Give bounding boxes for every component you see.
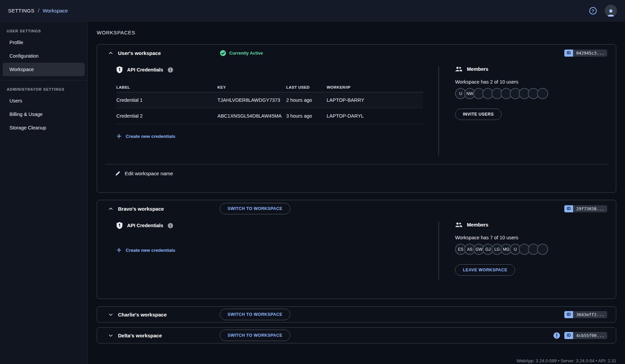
members-title: Members <box>467 222 488 228</box>
chevron-down-icon[interactable] <box>107 311 114 318</box>
help-icon[interactable]: ? <box>589 6 597 15</box>
main-content: WORKSPACES User's workspace Currently Ac… <box>88 22 625 364</box>
workspace-card-header: Bravo's workspace SWITCH TO WORKSPACE ID… <box>97 200 616 217</box>
workspace-id-badge[interactable]: ID 3643eff2... <box>564 311 607 318</box>
members-section: Members Workspace has 7 of 10 users ESAS… <box>439 222 616 280</box>
api-credentials-section: API Credentials Create new credentials <box>97 222 439 280</box>
sidebar-section-admin-settings: ADMINISTRATOR SETTINGS <box>0 87 87 91</box>
credential-row: Credential 1TJAHLVDER8LAWDGY73732 hours … <box>116 92 423 108</box>
sidebar-item-workspace[interactable]: Workspace <box>3 63 85 76</box>
members-icon <box>455 66 463 72</box>
breadcrumb-settings[interactable]: SETTINGS <box>8 8 34 13</box>
workspace-title: Delta's workspace <box>118 333 220 338</box>
members-title: Members <box>467 66 488 72</box>
breadcrumb-workspace: Workspace <box>43 8 68 13</box>
sidebar-item-profile[interactable]: Profile <box>3 36 85 49</box>
workspace-id-badge[interactable]: ID 4cb55f90... <box>564 332 607 339</box>
top-bar: SETTINGS / Workspace ? <box>0 0 625 22</box>
members-section: Members Workspace has 2 of 10 users UNW … <box>439 66 616 155</box>
workspace-title: Charlie's workspace <box>118 312 220 317</box>
currently-active-badge: Currently Active <box>220 50 263 56</box>
info-icon[interactable] <box>168 67 173 73</box>
invite-users-button[interactable]: INVITE USERS <box>455 109 502 120</box>
edit-workspace-name-button[interactable]: Edit workspace name <box>97 164 616 176</box>
api-credentials-title: API Credentials <box>127 67 163 72</box>
member-avatars: UNW <box>455 88 616 99</box>
create-credentials-button[interactable]: Create new credentials <box>116 133 439 139</box>
member-avatar <box>537 244 548 255</box>
check-circle-icon <box>220 50 226 56</box>
chevron-down-icon[interactable] <box>107 332 114 339</box>
sidebar: USER SETTINGS Profile Configuration Work… <box>0 22 88 364</box>
svg-text:?: ? <box>592 8 594 13</box>
workspace-card-users: User's workspace Currently Active ID 042… <box>97 44 616 193</box>
plus-icon <box>116 247 122 253</box>
credentials-table-header: LABEL KEY LAST USED WORKER/IP <box>116 82 423 92</box>
breadcrumb: SETTINGS / Workspace <box>8 8 68 14</box>
api-credentials-title: API Credentials <box>127 223 163 228</box>
member-avatar <box>537 88 548 99</box>
members-summary: Workspace has 2 of 10 users <box>455 79 616 85</box>
switch-to-workspace-button[interactable]: SWITCH TO WORKSPACE <box>220 309 290 320</box>
api-credentials-section: API Credentials LABEL KEY LAST USED W <box>97 66 439 155</box>
info-icon[interactable] <box>168 223 173 229</box>
sidebar-item-billing[interactable]: Billing & Usage <box>3 108 85 121</box>
workspace-title: User's workspace <box>118 50 220 56</box>
pencil-icon <box>115 171 120 176</box>
sidebar-section-user-settings: USER SETTINGS <box>0 29 87 33</box>
warning-icon[interactable] <box>553 332 560 339</box>
shield-key-icon <box>116 222 123 229</box>
workspace-id-badge[interactable]: ID 042945c3... <box>564 50 607 57</box>
workspace-card-header: Charlie's workspace SWITCH TO WORKSPACE … <box>97 307 616 322</box>
workspace-card-header: User's workspace Currently Active ID 042… <box>97 44 616 61</box>
credentials-table: LABEL KEY LAST USED WORKER/IP Credential… <box>116 82 423 124</box>
workspace-id-badge[interactable]: ID 29f73038... <box>564 205 607 212</box>
user-avatar-icon[interactable] <box>605 5 617 17</box>
workspace-card-delta: Delta's workspace SWITCH TO WORKSPACE ID… <box>97 327 616 343</box>
workspace-card-charlie: Charlie's workspace SWITCH TO WORKSPACE … <box>97 306 616 323</box>
sidebar-item-configuration[interactable]: Configuration <box>3 49 85 63</box>
sidebar-divider <box>0 80 87 81</box>
page-title: WORKSPACES <box>97 30 616 35</box>
switch-to-workspace-button[interactable]: SWITCH TO WORKSPACE <box>220 330 290 341</box>
sidebar-item-users[interactable]: Users <box>3 94 85 108</box>
members-summary: Workspace has 7 of 10 users <box>455 235 616 240</box>
version-footer: WebApp: 3.24.0-599 • Server: 3.24.0-54 •… <box>97 358 616 363</box>
members-icon <box>455 222 463 228</box>
workspace-card-header: Delta's workspace SWITCH TO WORKSPACE ID… <box>97 328 616 343</box>
workspace-card-bravo: Bravo's workspace SWITCH TO WORKSPACE ID… <box>97 200 616 299</box>
breadcrumb-separator: / <box>38 8 39 14</box>
chevron-up-icon[interactable] <box>107 205 114 212</box>
credential-row: Credential 2ABC1XNSGL54D8LAW45MA3 hours … <box>116 108 423 124</box>
create-credentials-button[interactable]: Create new credentials <box>116 247 439 253</box>
plus-icon <box>116 133 122 139</box>
sidebar-item-storage-cleanup[interactable]: Storage Cleanup <box>3 121 85 134</box>
member-avatars: ESASGWGJLGMGU <box>455 244 616 255</box>
switch-to-workspace-button[interactable]: SWITCH TO WORKSPACE <box>220 203 290 214</box>
chevron-up-icon[interactable] <box>107 50 114 56</box>
shield-key-icon <box>116 66 123 73</box>
topbar-actions: ? <box>589 5 617 17</box>
leave-workspace-button[interactable]: LEAVE WORKSPACE <box>455 264 515 276</box>
workspace-title: Bravo's workspace <box>118 206 220 212</box>
